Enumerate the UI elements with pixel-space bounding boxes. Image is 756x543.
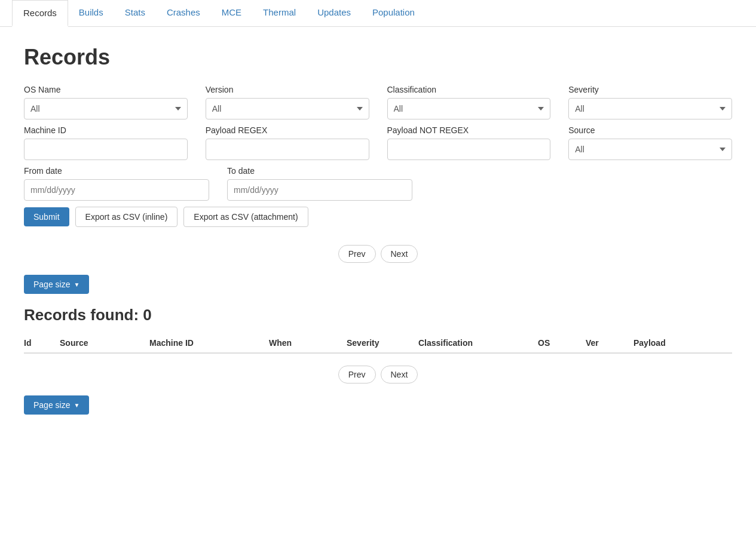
- page-size-caret-top: ▼: [74, 281, 79, 288]
- version-select[interactable]: All: [206, 98, 369, 119]
- tab-population[interactable]: Population: [362, 0, 426, 27]
- tab-bar: Records Builds Stats Crashes MCE Thermal…: [0, 0, 756, 27]
- main-content: Records OS Name All Version All Classifi…: [0, 27, 756, 432]
- next-button-top[interactable]: Next: [381, 245, 418, 263]
- os-name-label: OS Name: [24, 85, 188, 94]
- prev-button-top[interactable]: Prev: [338, 245, 376, 263]
- filter-row-2: Machine ID Payload REGEX Payload NOT REG…: [24, 125, 732, 160]
- from-date-input[interactable]: [24, 179, 209, 201]
- severity-label: Severity: [568, 85, 732, 94]
- col-id: Id: [24, 338, 60, 348]
- severity-group: Severity All: [568, 85, 732, 119]
- action-buttons: Submit Export as CSV (inline) Export as …: [24, 207, 732, 227]
- col-machine-id: Machine ID: [149, 338, 269, 348]
- page-size-label-top: Page size: [33, 280, 70, 289]
- next-button-bottom[interactable]: Next: [381, 366, 418, 384]
- page-size-top: Page size ▼: [24, 275, 732, 294]
- pagination-top: Prev Next: [24, 245, 732, 263]
- from-date-group: From date: [24, 166, 209, 201]
- page-size-label-bottom: Page size: [33, 400, 70, 410]
- col-os: OS: [538, 338, 586, 348]
- to-date-input[interactable]: [227, 179, 412, 201]
- col-when: When: [269, 338, 347, 348]
- pagination-bottom: Prev Next: [24, 366, 732, 384]
- version-group: Version All: [206, 85, 369, 119]
- col-source: Source: [60, 338, 149, 348]
- to-date-label: To date: [227, 166, 412, 176]
- payload-not-regex-label: Payload NOT REGEX: [387, 125, 551, 135]
- export-attachment-button[interactable]: Export as CSV (attachment): [183, 207, 308, 227]
- os-name-select[interactable]: All: [24, 98, 188, 119]
- tab-stats[interactable]: Stats: [114, 0, 156, 27]
- col-ver: Ver: [586, 338, 633, 348]
- tab-thermal[interactable]: Thermal: [252, 0, 307, 27]
- tab-updates[interactable]: Updates: [307, 0, 362, 27]
- tab-records[interactable]: Records: [12, 0, 68, 27]
- page-size-button-top[interactable]: Page size ▼: [24, 275, 89, 294]
- payload-not-regex-input[interactable]: [387, 139, 551, 160]
- table-header: Id Source Machine ID When Severity Class…: [24, 333, 732, 354]
- classification-group: Classification All: [387, 85, 551, 119]
- source-label: Source: [568, 125, 732, 135]
- tab-crashes[interactable]: Crashes: [156, 0, 211, 27]
- submit-button[interactable]: Submit: [24, 207, 69, 226]
- classification-select[interactable]: All: [387, 98, 551, 119]
- machine-id-group: Machine ID: [24, 125, 188, 160]
- page-size-button-bottom[interactable]: Page size ▼: [24, 395, 89, 415]
- machine-id-input[interactable]: [24, 139, 188, 160]
- filter-row-1: OS Name All Version All Classification A…: [24, 85, 732, 119]
- export-inline-button[interactable]: Export as CSV (inline): [75, 207, 178, 227]
- machine-id-label: Machine ID: [24, 125, 188, 135]
- os-name-group: OS Name All: [24, 85, 188, 119]
- page-title: Records: [24, 45, 732, 70]
- payload-regex-label: Payload REGEX: [206, 125, 369, 135]
- filter-row-3: From date To date: [24, 166, 412, 201]
- source-group: Source All: [568, 125, 732, 160]
- col-classification: Classification: [418, 338, 538, 348]
- from-date-label: From date: [24, 166, 209, 176]
- page-size-bottom: Page size ▼: [24, 395, 732, 415]
- tab-mce[interactable]: MCE: [211, 0, 252, 27]
- payload-regex-input[interactable]: [206, 139, 369, 160]
- severity-select[interactable]: All: [568, 98, 732, 119]
- tab-builds[interactable]: Builds: [68, 0, 114, 27]
- page-size-caret-bottom: ▼: [74, 402, 79, 409]
- source-select[interactable]: All: [568, 139, 732, 160]
- records-found: Records found: 0: [24, 306, 732, 324]
- classification-label: Classification: [387, 85, 551, 94]
- version-label: Version: [206, 85, 369, 94]
- col-severity: Severity: [347, 338, 418, 348]
- col-payload: Payload: [633, 338, 732, 348]
- to-date-group: To date: [227, 166, 412, 201]
- payload-regex-group: Payload REGEX: [206, 125, 369, 160]
- prev-button-bottom[interactable]: Prev: [338, 366, 376, 384]
- payload-not-regex-group: Payload NOT REGEX: [387, 125, 551, 160]
